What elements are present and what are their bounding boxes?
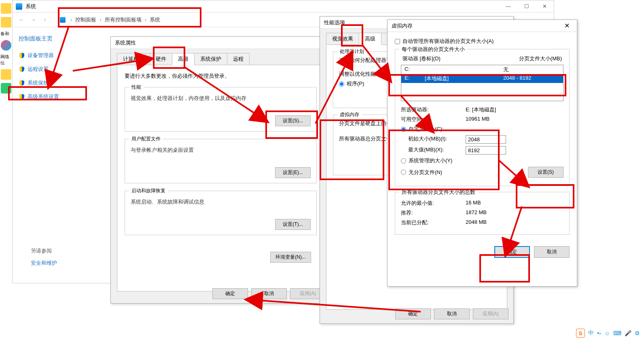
window-title: 系统 [25, 3, 36, 10]
forward-button[interactable]: → [28, 15, 38, 25]
drive-list[interactable]: C: 无 E: [本地磁盘] 2048 - 8192 [401, 65, 564, 101]
back-button[interactable]: ← [17, 15, 26, 25]
maximize-button[interactable]: ☐ [517, 0, 536, 12]
ime-han[interactable]: 中 [588, 329, 594, 337]
shield-icon [19, 52, 25, 59]
see-also-link[interactable]: 安全和维护 [31, 259, 57, 267]
section-desc: 视觉效果，处理器计划，内存使用，以及虚拟内存 [131, 95, 311, 102]
minimize-button[interactable]: — [499, 0, 517, 12]
rec-value: 1872 MB [466, 209, 564, 217]
group-title: 每个驱动器的分页文件大小 [399, 46, 467, 53]
dialog-title: 虚拟内存 [392, 22, 413, 30]
up-button[interactable]: ↑ [40, 15, 50, 25]
tab-panel: 要进行大多数更改，你必须作为管理员登录。 性能 视觉效果，处理器计划，内存使用，… [117, 65, 324, 291]
drive-letter: E: [405, 75, 425, 82]
radio-label: 无分页文件(N) [409, 169, 442, 176]
cancel-button[interactable]: 取消 [251, 288, 287, 299]
virtual-memory-dialog: 虚拟内存 ✕ 自动管理所有驱动器的分页文件大小(A) 每个驱动器的分页文件大小 … [387, 19, 577, 287]
programs-radio[interactable] [339, 81, 344, 87]
sidebar-link-remote[interactable]: 远程设置 [19, 64, 100, 74]
section-title-vmem: 虚拟内存 [337, 111, 362, 118]
ime-punct-icon[interactable]: •› [597, 330, 601, 336]
selected-drive-value: E: [本地磁盘] [466, 106, 564, 113]
tabstrip: 计算机名 硬件 高级 系统保护 远程 [111, 49, 330, 65]
apply-button[interactable]: 应用(A) [473, 308, 508, 319]
tab-visual[interactable]: 视觉效果 [326, 33, 359, 45]
initial-size-label: 初始大小(MB)(I): [401, 135, 466, 144]
max-size-input[interactable] [466, 146, 506, 155]
section-title-performance: 性能 [129, 84, 144, 91]
ime-mic-icon[interactable]: 🎤 [625, 330, 631, 336]
tab-computer-name[interactable]: 计算机名 [117, 53, 150, 65]
shield-icon [19, 66, 25, 72]
breadcrumb: › 控制面板 › 所有控制面板项 › 系统 [60, 15, 162, 24]
tab-hardware[interactable]: 硬件 [150, 53, 172, 65]
dialog-title: 系统属性 [111, 37, 330, 49]
group-title: 所有驱动器分页文件大小的总数 [399, 189, 478, 196]
sidebar-link-label: 高级系统设置 [28, 93, 59, 100]
ok-button[interactable]: 确定 [212, 288, 248, 299]
folder-icon[interactable] [1, 3, 11, 14]
userprofile-settings-button[interactable]: 设置(E)... [275, 167, 311, 178]
auto-manage-checkbox[interactable] [395, 39, 400, 44]
breadcrumb-item[interactable]: 控制面板 [74, 15, 98, 24]
system-managed-radio[interactable] [401, 158, 406, 164]
free-space-value: 10961 MB [466, 116, 564, 123]
set-button[interactable]: 设置(S) [528, 167, 564, 178]
environment-variables-button[interactable]: 环境变量(N)... [270, 252, 311, 263]
ok-button[interactable]: 确定 [494, 246, 530, 258]
desktop-icon-strip: 备和 网络位 [0, 0, 12, 340]
close-button[interactable]: ✕ [561, 21, 573, 31]
drive-row-selected[interactable]: E: [本地磁盘] 2048 - 8192 [401, 74, 563, 83]
sidebar-link-advanced[interactable]: 高级系统设置 [19, 92, 100, 102]
computer-icon [60, 17, 66, 23]
drive-label: [本地磁盘] [425, 75, 503, 82]
drive-size: 无 [503, 66, 560, 73]
ime-logo[interactable]: S [576, 329, 585, 338]
cancel-button[interactable]: 取消 [534, 246, 570, 258]
shield-icon [19, 94, 25, 100]
drive-letter: C: [405, 66, 425, 73]
section-title-userprofile: 用户配置文件 [129, 136, 163, 142]
desktop-label: 网络位 [0, 54, 12, 66]
computer-icon [16, 3, 22, 10]
see-also-title: 另请参阅 [31, 247, 57, 255]
startup-settings-button[interactable]: 设置(T)... [275, 219, 311, 230]
ime-settings-icon[interactable]: ⚙ [635, 330, 640, 336]
close-button[interactable]: ✕ [536, 0, 554, 12]
sidebar: 控制面板主页 设备管理器 远程设置 系统保护 高级系统设置 另请参阅 安全和维护 [13, 27, 106, 283]
folder-icon[interactable] [1, 69, 11, 80]
free-space-label: 可用空间: [401, 116, 466, 123]
breadcrumb-item[interactable]: 所有控制面板项 [103, 15, 143, 24]
custom-size-radio[interactable] [401, 127, 406, 132]
selected-drive-label: 所选驱动器: [401, 106, 466, 113]
auto-manage-label: 自动管理所有驱动器的分页文件大小(A) [402, 38, 494, 45]
system-properties-dialog: 系统属性 计算机名 硬件 高级 系统保护 远程 要进行大多数更改，你必须作为管理… [110, 36, 331, 304]
ime-toolbar: S 中 •› ☺ ⌨ 🎤 ⚙ [576, 329, 640, 338]
performance-settings-button[interactable]: 设置(S)... [275, 115, 311, 126]
tab-protection[interactable]: 系统保护 [194, 53, 227, 65]
ime-keyboard-icon[interactable]: ⌨ [613, 330, 621, 336]
initial-size-input[interactable] [466, 135, 506, 144]
app-icon[interactable] [1, 40, 11, 51]
breadcrumb-item[interactable]: 系统 [148, 15, 162, 24]
drive-label [425, 66, 503, 73]
col-page: 分页文件大小(MB) [519, 55, 562, 62]
tab-advanced[interactable]: 高级 [172, 53, 195, 65]
app-icon[interactable] [1, 83, 11, 94]
cancel-button[interactable]: 取消 [434, 308, 470, 319]
sidebar-link-device-manager[interactable]: 设备管理器 [19, 51, 100, 60]
min-value: 16 MB [466, 200, 564, 207]
sidebar-link-protection[interactable]: 系统保护 [19, 78, 100, 88]
sidebar-home[interactable]: 控制面板主页 [19, 35, 100, 42]
tab-remote[interactable]: 远程 [227, 53, 250, 65]
drive-row[interactable]: C: 无 [401, 65, 563, 74]
admin-note: 要进行大多数更改，你必须作为管理员登录。 [125, 72, 317, 80]
no-page-radio[interactable] [401, 170, 406, 175]
tab-advanced[interactable]: 高级 [359, 33, 381, 45]
sidebar-link-label: 设备管理器 [28, 52, 54, 59]
folder-icon[interactable] [1, 17, 11, 28]
ok-button[interactable]: 确定 [395, 308, 431, 319]
ime-smiley-icon[interactable]: ☺ [604, 330, 610, 336]
section-desc: 系统启动、系统故障和调试信息 [131, 198, 311, 206]
